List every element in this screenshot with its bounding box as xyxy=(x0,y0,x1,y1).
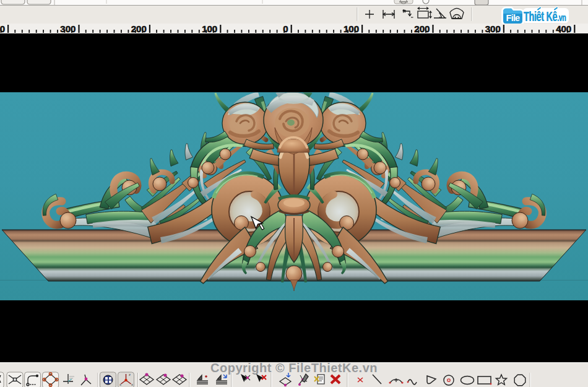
svg-text:x: x xyxy=(119,383,121,386)
svg-text:x: x xyxy=(131,383,133,386)
svg-text:z: z xyxy=(129,373,131,376)
